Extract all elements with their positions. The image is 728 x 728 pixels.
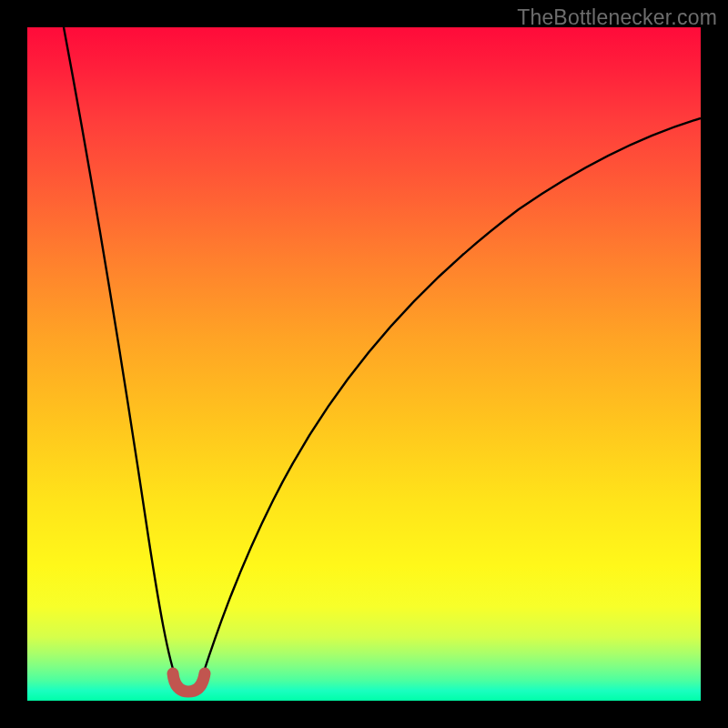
curve-right-branch <box>200 118 701 682</box>
plot-area <box>27 27 701 701</box>
curve-left-branch <box>64 27 177 682</box>
chart-frame: TheBottlenecker.com <box>0 0 728 728</box>
watermark-text: TheBottlenecker.com <box>517 5 717 30</box>
bottleneck-curve <box>27 27 701 701</box>
cusp-u-marker <box>173 673 205 692</box>
